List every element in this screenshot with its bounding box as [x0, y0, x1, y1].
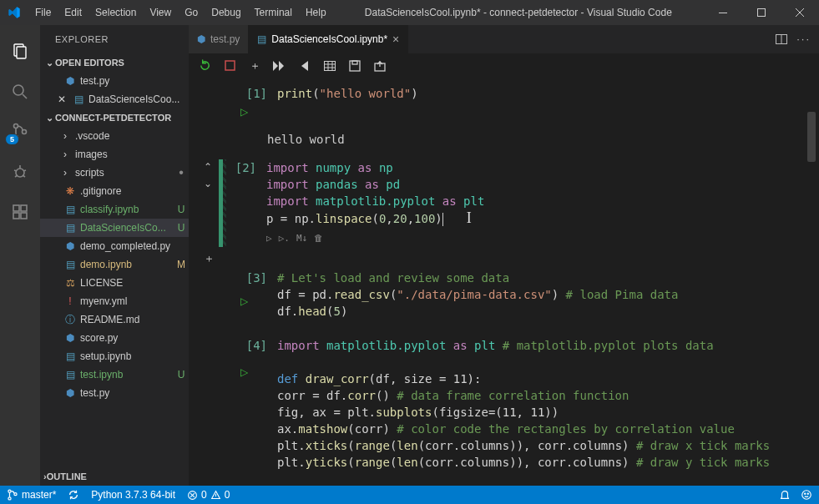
notifications-icon[interactable]	[779, 489, 791, 501]
svg-rect-17	[13, 205, 19, 211]
add-cell-icon[interactable]: ＋	[247, 58, 262, 73]
python-env-status[interactable]: Python 3.7.3 64-bit	[91, 489, 175, 501]
close-icon[interactable]: ×	[392, 33, 399, 46]
tab-label: DataScienceIsCool.ipynb*	[271, 33, 387, 45]
ibeam-cursor-icon: I	[467, 209, 472, 226]
file-item[interactable]: ❋.gitignore	[40, 182, 189, 200]
code-content[interactable]: print("hello world")	[277, 85, 418, 102]
previous-cell-icon[interactable]	[297, 58, 312, 73]
chevron-down-icon: ⌄	[43, 58, 55, 68]
menu-debug[interactable]: Debug	[205, 0, 247, 25]
svg-point-10	[23, 130, 27, 134]
file-item[interactable]: ▤classify.ipynbU	[40, 200, 189, 219]
notebook-cell[interactable]: ⌃ ⌄ [2] import numpy as np import pandas…	[197, 159, 806, 247]
license-file-icon: ⚖	[63, 277, 77, 289]
cell-prompt: [2]	[226, 159, 256, 247]
folder-item[interactable]: ›images	[40, 145, 189, 164]
open-editors-header[interactable]: ⌄ OPEN EDITORS	[40, 53, 189, 72]
move-up-icon[interactable]: ⌃	[204, 161, 212, 173]
svg-point-44	[807, 493, 808, 494]
file-item[interactable]: ⬢test.py	[40, 384, 189, 402]
svg-rect-33	[352, 61, 357, 64]
file-item[interactable]: ⬢score.py	[40, 329, 189, 347]
add-cell-below-icon[interactable]: ＋	[204, 252, 215, 265]
chevron-right-icon: ›	[58, 167, 72, 179]
menu-terminal[interactable]: Terminal	[248, 0, 299, 25]
file-item[interactable]: !myenv.yml	[40, 292, 189, 310]
scrollbar[interactable]	[807, 112, 816, 162]
notebook-body[interactable]: [1] print("hello world") ▷ hello world ⌃…	[189, 78, 819, 486]
file-item[interactable]: ▤DataScienceIsCo...U	[40, 219, 189, 237]
code-content[interactable]: # Let's load and review some data df = p…	[277, 270, 678, 320]
sync-status[interactable]	[68, 489, 79, 501]
more-icon[interactable]: ···	[796, 33, 811, 46]
run-cell-mini-icon[interactable]: ▷	[266, 230, 272, 247]
branch-name: master*	[22, 489, 56, 501]
tabs-container: ⬢ test.py ▤ DataScienceIsCool.ipynb* × ·…	[189, 25, 819, 53]
close-button[interactable]	[781, 0, 819, 25]
split-editor-icon[interactable]	[775, 33, 788, 46]
debug-icon[interactable]	[0, 152, 40, 192]
svg-rect-18	[13, 213, 19, 219]
menu-help[interactable]: Help	[299, 0, 333, 25]
file-item[interactable]: ▤test.ipynbU	[40, 365, 189, 384]
search-icon[interactable]	[0, 72, 40, 112]
feedback-icon[interactable]	[801, 489, 812, 501]
file-item[interactable]: ▤setup.ipynb	[40, 347, 189, 365]
menu-go[interactable]: Go	[178, 0, 205, 25]
tab-test-py[interactable]: ⬢ test.py	[189, 25, 249, 53]
menu-view[interactable]: View	[143, 0, 178, 25]
chevron-down-icon: ⌄	[43, 113, 55, 123]
window-controls	[704, 0, 819, 25]
svg-point-37	[14, 493, 17, 496]
svg-point-8	[14, 124, 18, 129]
code-content[interactable]: import numpy as np import pandas as pd i…	[266, 159, 484, 247]
maximize-button[interactable]	[742, 0, 781, 25]
outline-header[interactable]: › OUTLINE	[40, 467, 189, 486]
open-editor-item[interactable]: ✕ ▤ DataScienceIsCoo...	[40, 90, 189, 108]
run-by-line-icon[interactable]: ▷.	[279, 230, 290, 247]
restart-kernel-icon[interactable]	[197, 58, 212, 73]
run-cell-icon[interactable]: ▷	[240, 295, 248, 307]
file-item[interactable]: ⓘREADME.md	[40, 310, 189, 329]
menu-file[interactable]: File	[28, 0, 58, 25]
run-cell-icon[interactable]: ▷	[240, 106, 248, 118]
folder-item[interactable]: ›scripts•	[40, 164, 189, 182]
extensions-icon[interactable]	[0, 192, 40, 232]
markdown-toggle-icon[interactable]: M↓	[296, 230, 307, 247]
open-editor-item[interactable]: ⬢ test.py	[40, 72, 189, 90]
svg-marker-26	[301, 61, 308, 71]
minimize-button[interactable]	[704, 0, 742, 25]
chevron-right-icon: ›	[58, 149, 72, 160]
close-icon[interactable]: ✕	[55, 93, 68, 105]
menu-selection[interactable]: Selection	[88, 0, 143, 25]
folder-item[interactable]: ›.vscode	[40, 127, 189, 145]
notebook-cell[interactable]: [4] import matplotlib.pyplot as plt # ma…	[197, 337, 806, 471]
run-cell-icon[interactable]: ▷	[240, 366, 248, 378]
svg-rect-27	[325, 61, 336, 70]
save-icon[interactable]	[347, 58, 362, 73]
move-down-icon[interactable]: ⌄	[204, 178, 212, 189]
export-icon[interactable]	[372, 58, 387, 73]
code-content[interactable]: import matplotlib.pyplot as plt # matplo…	[277, 337, 770, 471]
tab-datascience-notebook[interactable]: ▤ DataScienceIsCool.ipynb* ×	[249, 25, 408, 53]
open-editors-label: OPEN EDITORS	[55, 58, 124, 68]
workspace-header[interactable]: ⌄ CONNECT-PETDETECTOR	[40, 108, 189, 127]
notebook-cell[interactable]: [1] print("hello world")	[197, 85, 806, 102]
svg-line-7	[23, 94, 27, 98]
file-item[interactable]: ⬢demo_completed.py	[40, 237, 189, 255]
git-branch-status[interactable]: master*	[7, 489, 56, 501]
menu-edit[interactable]: Edit	[58, 0, 88, 25]
window-title: DataScienceIsCool.ipynb* - connect-petde…	[333, 7, 704, 18]
run-all-icon[interactable]	[272, 58, 287, 73]
explorer-icon[interactable]	[0, 32, 40, 72]
source-control-icon[interactable]: 5	[0, 112, 40, 152]
file-item[interactable]: ⚖LICENSE	[40, 274, 189, 292]
interrupt-icon[interactable]	[222, 58, 237, 73]
notebook-file-icon: ▤	[63, 369, 77, 381]
delete-cell-icon[interactable]: 🗑	[314, 230, 323, 247]
file-item[interactable]: ▤demo.ipynbM	[40, 255, 189, 274]
notebook-file-icon: ▤	[63, 222, 77, 234]
table-icon[interactable]	[322, 58, 337, 73]
problems-status[interactable]: 0 0	[187, 489, 230, 501]
